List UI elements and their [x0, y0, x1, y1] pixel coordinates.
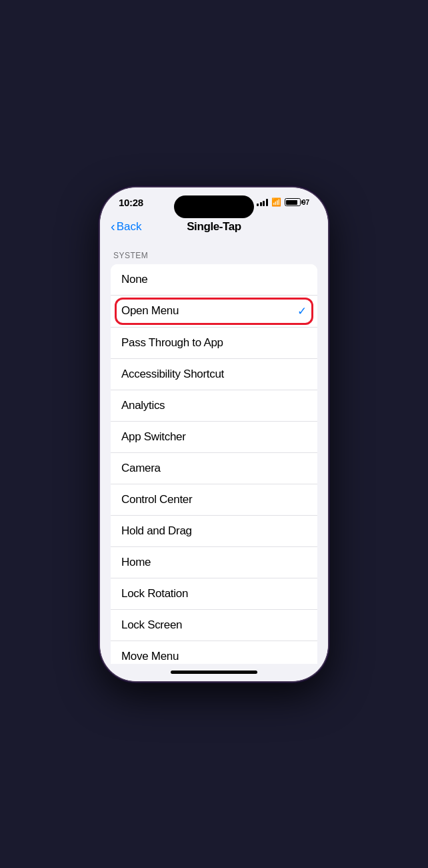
- item-label: Analytics: [121, 399, 165, 412]
- signal-icon: [257, 198, 268, 206]
- item-label: Home: [121, 556, 151, 569]
- page-title: Single-Tap: [187, 220, 241, 234]
- content-area: SYSTEM None Open Menu ✓ Pass Through to …: [100, 240, 328, 664]
- battery-icon: 97: [285, 198, 309, 206]
- list-item[interactable]: App Switcher: [111, 422, 317, 453]
- battery-percent: 97: [302, 199, 309, 206]
- list-item-open-menu[interactable]: Open Menu ✓: [111, 296, 317, 328]
- item-label: App Switcher: [121, 430, 186, 444]
- home-indicator: [100, 664, 328, 681]
- menu-list: None Open Menu ✓ Pass Through to App Acc…: [111, 264, 317, 664]
- checkmark-icon: ✓: [297, 304, 307, 318]
- list-item[interactable]: Camera: [111, 453, 317, 484]
- home-bar: [171, 671, 257, 674]
- phone-screen: 10:28 📶 97 ‹: [100, 187, 328, 681]
- wifi-icon: 📶: [271, 197, 281, 207]
- back-label: Back: [117, 220, 142, 234]
- item-label: None: [121, 273, 147, 286]
- list-item[interactable]: Home: [111, 547, 317, 578]
- item-label: Accessibility Shortcut: [121, 368, 224, 381]
- item-label: Control Center: [121, 493, 192, 506]
- item-label: Camera: [121, 462, 161, 475]
- list-item[interactable]: Lock Rotation: [111, 578, 317, 610]
- item-label: Lock Screen: [121, 618, 182, 632]
- status-time: 10:28: [119, 197, 143, 208]
- back-button[interactable]: ‹ Back: [111, 220, 141, 234]
- list-item[interactable]: Pass Through to App: [111, 328, 317, 359]
- phone-frame: 10:28 📶 97 ‹: [100, 187, 328, 681]
- item-label: Move Menu: [121, 650, 179, 663]
- list-item[interactable]: Analytics: [111, 390, 317, 422]
- item-label: Open Menu: [121, 304, 179, 318]
- list-item[interactable]: Accessibility Shortcut: [111, 359, 317, 390]
- item-label: Pass Through to App: [121, 336, 223, 350]
- section-header: SYSTEM: [100, 240, 328, 264]
- list-item[interactable]: Lock Screen: [111, 610, 317, 641]
- dynamic-island: [174, 195, 254, 218]
- back-chevron-icon: ‹: [111, 220, 115, 233]
- item-label: Lock Rotation: [121, 587, 188, 600]
- list-item[interactable]: Hold and Drag: [111, 516, 317, 547]
- nav-bar: ‹ Back Single-Tap: [100, 215, 328, 240]
- list-item[interactable]: Move Menu: [111, 641, 317, 664]
- list-item[interactable]: None: [111, 264, 317, 296]
- item-label: Hold and Drag: [121, 524, 192, 538]
- list-item[interactable]: Control Center: [111, 484, 317, 516]
- status-icons: 📶 97: [257, 197, 309, 207]
